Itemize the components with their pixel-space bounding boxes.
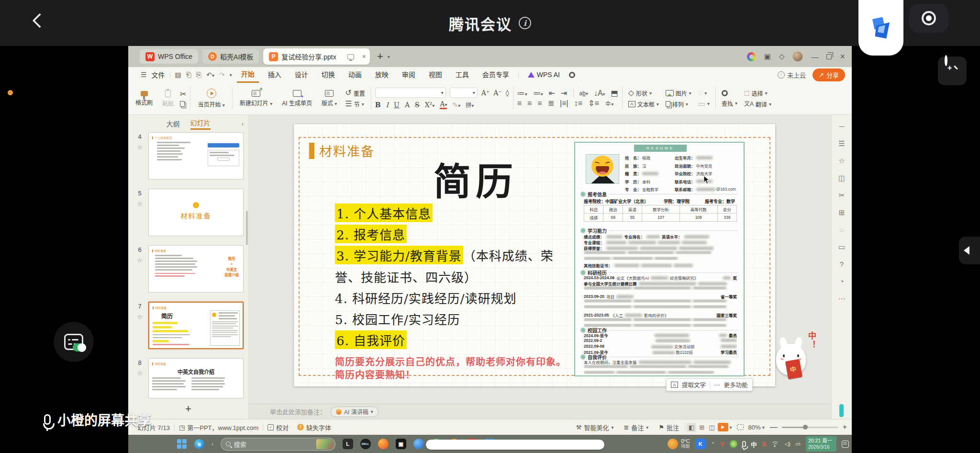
ime-icon[interactable]: 中 bbox=[751, 440, 757, 449]
normal-view-icon[interactable]: ◧ bbox=[687, 423, 696, 432]
edge-browser-icon[interactable]: e bbox=[194, 439, 204, 449]
redo-icon[interactable]: ↷ bbox=[219, 71, 225, 79]
zoom-caret[interactable]: ▾ bbox=[762, 425, 765, 430]
format-painter-button[interactable]: 格式刷 bbox=[132, 84, 156, 113]
ai-generate-page-button[interactable]: AI 生成单页 bbox=[278, 84, 315, 113]
play-options-caret[interactable]: ▾ bbox=[730, 425, 732, 430]
ai-assistant-icon[interactable] bbox=[747, 52, 756, 61]
meeting-toolbar-collapsed[interactable] bbox=[426, 440, 604, 450]
align-left-icon[interactable]: ≡ bbox=[517, 100, 522, 107]
superscript-icon[interactable]: X²▾ bbox=[425, 101, 435, 109]
menu-tab-transition[interactable]: 切换 bbox=[317, 68, 339, 82]
record-button[interactable] bbox=[909, 4, 948, 33]
undo-icon[interactable]: ↶▾ bbox=[206, 71, 214, 79]
slide-list[interactable]: 1. 个人基本信息2. 报考信息3. 学习能力/教育背景（本科成绩、荣誉、技能证… bbox=[335, 202, 554, 351]
zoom-in-button[interactable]: + bbox=[938, 57, 967, 85]
ruler-icon[interactable]: ▭ bbox=[838, 243, 845, 250]
notes-button[interactable]: ≣ 备注▾ bbox=[619, 423, 653, 432]
more-tools-icon[interactable]: ⋯ bbox=[838, 295, 846, 302]
more-caret-icon[interactable]: ▾ bbox=[230, 72, 232, 78]
convert-smartart-icon[interactable]: ⬒ bbox=[611, 90, 618, 97]
save-icon[interactable]: ▤ bbox=[175, 71, 181, 79]
volume-icon[interactable]: ◁) bbox=[784, 441, 790, 447]
text-direction-icon[interactable]: ab̲▾ bbox=[579, 91, 588, 96]
phonetic-icon[interactable]: 拼▾ bbox=[466, 101, 474, 109]
fill-button[interactable]: ◌▾ bbox=[696, 90, 712, 97]
comment-pane-icon[interactable]: ◔ bbox=[839, 278, 844, 285]
tab-outline[interactable]: 大纲 bbox=[167, 119, 180, 128]
tab-presentation-document[interactable]: P 复试经验分享.pptx × bbox=[263, 48, 370, 65]
workspace-icon[interactable]: ▣ bbox=[764, 52, 771, 61]
decrease-indent-icon[interactable]: ⇤ bbox=[549, 90, 555, 97]
menu-tab-member[interactable]: 会员专享 bbox=[478, 68, 513, 82]
layout-pane-icon[interactable]: ◫ bbox=[838, 174, 845, 181]
star-icon[interactable]: ☆ bbox=[137, 257, 143, 264]
slide-thumb-6[interactable]: 6☆ 材料准备 简历+ 中英文自我介绍 bbox=[131, 245, 244, 293]
share-button[interactable]: ↗ 分享 bbox=[813, 68, 845, 81]
wifi-icon[interactable] bbox=[771, 442, 779, 447]
menu-tab-home[interactable]: 开始 bbox=[237, 67, 259, 83]
tab-docer-templates[interactable]: D 稻壳AI模板 bbox=[202, 49, 259, 64]
search-icon[interactable] bbox=[569, 72, 575, 78]
align-center-icon[interactable]: ≡ bbox=[527, 100, 532, 107]
dark-app-icon[interactable]: ▣ bbox=[396, 439, 406, 449]
more-functions-button[interactable]: 更多功能 bbox=[724, 380, 748, 389]
cut-icon[interactable]: ✂ bbox=[180, 91, 186, 98]
lens-icon[interactable]: ◌ bbox=[840, 226, 844, 233]
crop-icon[interactable]: ✂ bbox=[839, 192, 845, 199]
decrease-font-icon[interactable]: A⁻ bbox=[493, 89, 502, 97]
menu-tab-wps-ai[interactable]: WPS AI bbox=[523, 68, 564, 82]
reading-view-icon[interactable]: ◫ bbox=[707, 424, 716, 431]
star-icon[interactable]: ☆ bbox=[137, 370, 143, 377]
comments-button[interactable]: ⚑ 批注 bbox=[654, 423, 683, 432]
collapse-pane-icon[interactable]: ─ bbox=[839, 123, 845, 130]
files-app-icon[interactable]: L bbox=[343, 439, 353, 449]
close-window-button[interactable]: × bbox=[840, 52, 845, 62]
menu-tab-insert[interactable]: 插入 bbox=[264, 68, 286, 82]
find-magnifier-icon[interactable] bbox=[720, 90, 739, 96]
print-preview-icon[interactable]: ⎘ bbox=[196, 71, 201, 79]
app-icon-blue[interactable] bbox=[413, 439, 424, 449]
star-icon[interactable]: ☆ bbox=[137, 313, 143, 320]
apps-box-icon[interactable]: ◇ bbox=[779, 52, 785, 61]
tab-wps-home[interactable]: W WPS Office bbox=[140, 49, 198, 64]
numbering-icon[interactable]: ≕▾ bbox=[533, 90, 543, 97]
menu-file[interactable]: 文件 bbox=[152, 70, 165, 79]
close-tab-icon[interactable]: × bbox=[362, 53, 366, 60]
underline-icon[interactable]: U bbox=[394, 101, 400, 109]
italic-icon[interactable]: I bbox=[386, 101, 389, 109]
textbox-button[interactable]: A文本框 ▾ bbox=[626, 100, 661, 108]
select-button[interactable]: ⬚选择 ▾ bbox=[742, 89, 773, 97]
slide-thumb-7-selected[interactable]: 7☆ 材料准备 简历 bbox=[131, 302, 244, 349]
slide-7-canvas[interactable]: 材料准备 简历 1. 个人基本信息2. 报考信息3. 学习能力/教育背景（本科成… bbox=[294, 124, 775, 386]
notification-center-icon[interactable] bbox=[842, 441, 849, 448]
bullets-icon[interactable]: ≔▾ bbox=[517, 90, 527, 97]
cloud-sync-status[interactable]: ↑ 未上云 bbox=[778, 70, 806, 79]
font-color-icon[interactable]: A▾ bbox=[440, 100, 447, 109]
line-spacing-icon[interactable]: ↕≡ bbox=[574, 100, 582, 107]
menu-tab-tools[interactable]: 工具 bbox=[451, 68, 473, 82]
fit-window-icon[interactable] bbox=[737, 424, 744, 430]
highlight-color-icon[interactable]: ✎▾ bbox=[452, 101, 460, 109]
section-button[interactable]: ☰节 ▾ bbox=[343, 100, 367, 108]
proofread-button[interactable]: ✓ 校对 bbox=[263, 423, 293, 432]
tray-v-icon[interactable]: V bbox=[720, 441, 724, 448]
justify-icon[interactable]: ≣ bbox=[548, 100, 554, 107]
template-source[interactable]: ◳ 第一PPT，www.1ppt.com bbox=[175, 423, 263, 432]
taskbar-search-box[interactable]: 搜索 bbox=[221, 438, 335, 451]
start-button[interactable] bbox=[177, 439, 187, 449]
effects-button[interactable]: ▭▾ bbox=[696, 100, 712, 108]
taskbar-clock[interactable]: 20:21 周一 2026/3/16 bbox=[806, 436, 836, 452]
reset-button[interactable]: ↺重置 bbox=[343, 89, 367, 97]
play-from-current-button[interactable]: 当页开始 ▾ bbox=[194, 84, 228, 113]
captions-toggle-button[interactable] bbox=[54, 322, 94, 362]
tray-expand-icon[interactable]: ⌃ bbox=[711, 442, 715, 447]
zoom-out-icon[interactable]: — bbox=[770, 423, 778, 431]
favorites-icon[interactable]: ☆ bbox=[838, 157, 845, 164]
layout-button[interactable]: 版式 ▾ bbox=[318, 84, 340, 113]
increase-indent-icon[interactable]: ⇥ bbox=[561, 90, 567, 97]
spacing-options-icon[interactable]: ≑▾ bbox=[605, 100, 613, 107]
zoom-slider[interactable] bbox=[782, 427, 838, 428]
zoom-level[interactable]: 80% bbox=[748, 424, 761, 431]
taskbar-weather[interactable]: 0°C 晴朗 bbox=[668, 439, 690, 449]
